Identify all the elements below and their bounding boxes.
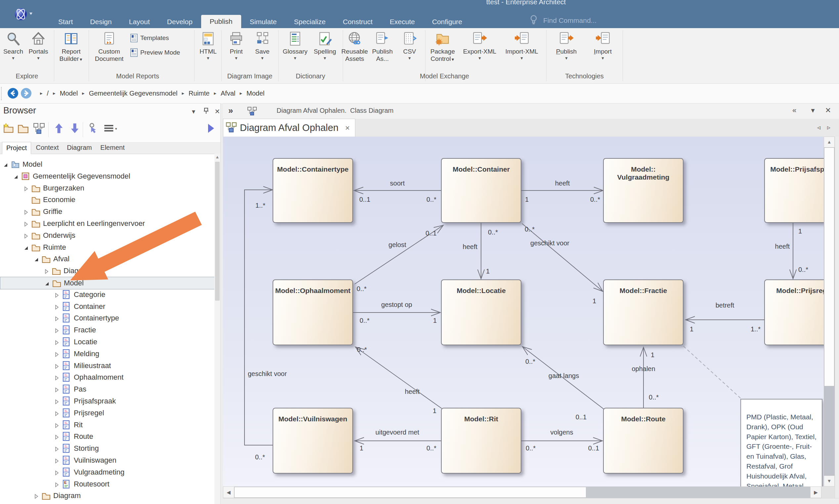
tree-item-model[interactable]: Model [0, 158, 214, 170]
tree-item-diagram[interactable]: Diagram [0, 490, 214, 502]
collapse-left-icon[interactable]: « [789, 106, 799, 115]
tree-collapsed-icon[interactable] [23, 209, 29, 215]
tree-collapsed-icon[interactable] [33, 493, 39, 499]
tree-item-vulgraadmeting[interactable]: Vulgraadmeting [0, 466, 214, 478]
edge-heeft-rit-ophaalmoment[interactable] [355, 347, 442, 409]
report-builder-button[interactable]: ReportBuilder▼ [57, 31, 85, 63]
search-button[interactable]: Search▼ [3, 31, 24, 60]
portals-button[interactable]: Portals▼ [28, 31, 49, 60]
import-xml-button[interactable]: Import-XML▼ [502, 31, 542, 60]
tree-collapsed-icon[interactable] [54, 339, 60, 345]
tab-scroll-right-icon[interactable]: ▹ [827, 123, 831, 131]
move-up-icon[interactable] [53, 123, 66, 136]
export-xml-button[interactable]: Export-XML▼ [460, 31, 500, 60]
tree-collapsed-icon[interactable] [54, 410, 60, 416]
locate-icon[interactable] [87, 123, 100, 136]
breadcrumb-item[interactable]: Gemeentelijk Gegevensmodel [89, 90, 178, 97]
tree-item-onderwijs[interactable]: Onderwijs [0, 230, 214, 241]
tree-collapsed-icon[interactable] [54, 315, 60, 321]
ribbon-tab-specialize[interactable]: Specialize [285, 16, 334, 28]
diagram-canvas[interactable]: soort0..*0..1heeft10..*geschikt voor0..*… [223, 137, 824, 486]
reusable-assets-button[interactable]: ReusableAssets [339, 31, 370, 62]
tree-item-model[interactable]: Model [0, 277, 214, 289]
scroll-left-icon[interactable]: ◀ [223, 486, 234, 498]
browser-tab-context[interactable]: Context [33, 142, 61, 154]
folder-icon[interactable] [17, 123, 31, 136]
vertical-scroll-thumb[interactable] [824, 147, 834, 386]
tree-collapsed-icon[interactable] [54, 351, 60, 357]
ribbon-tab-develop[interactable]: Develop [159, 16, 201, 28]
scroll-down-icon[interactable]: ▼ [824, 475, 835, 486]
class-route[interactable]: Model::Route [603, 408, 683, 473]
ribbon-tab-simulate[interactable]: Simulate [241, 16, 286, 28]
edge-geschikt-voor-vuilniswagen-containertype[interactable] [245, 190, 273, 445]
tree-item-container[interactable]: Container [0, 301, 214, 312]
publish-button[interactable]: Publish▼ [550, 31, 583, 60]
tab-scroll-left-icon[interactable]: ◃ [817, 123, 820, 131]
tree-collapsed-icon[interactable] [54, 398, 60, 404]
tree-item-ruimte[interactable]: Ruimte [0, 241, 214, 253]
forward-button[interactable] [20, 88, 32, 99]
ribbon-tab-design[interactable]: Design [82, 16, 120, 28]
back-button[interactable] [7, 88, 19, 99]
tree-collapsed-icon[interactable] [54, 374, 60, 380]
find-command-box[interactable]: Find Command... [528, 14, 596, 27]
tree-collapsed-icon[interactable] [54, 304, 60, 309]
csv-button[interactable]: CSV▼ [397, 31, 422, 60]
html-button[interactable]: HTML▼ [197, 31, 220, 60]
tree-expanded-icon[interactable] [44, 280, 50, 286]
tree-expanded-icon[interactable] [33, 256, 39, 262]
tree-item-rit[interactable]: Rit [0, 419, 214, 431]
expand-panel-icon[interactable]: » [228, 106, 233, 116]
tree-collapsed-icon[interactable] [54, 481, 60, 487]
browser-tab-project[interactable]: Project [2, 142, 31, 154]
tree-expanded-icon[interactable] [3, 161, 8, 167]
ribbon-tab-publish[interactable]: Publish [201, 15, 241, 28]
note-element[interactable]: PMD (Plastic, Metaal, Drank), OPK (Oud P… [740, 399, 822, 486]
tree-collapsed-icon[interactable] [54, 386, 60, 392]
tree-collapsed-icon[interactable] [54, 469, 60, 475]
tree-item-milieustraat[interactable]: Milieustraat [0, 360, 214, 372]
class-container[interactable]: Model::Container [441, 158, 521, 223]
tree-collapsed-icon[interactable] [44, 268, 50, 274]
tab-diagram-afval-ophalen[interactable]: Diagram Afval Ophalen × [223, 119, 355, 137]
tree-item-prijsafspraak[interactable]: Prijsafspraak [0, 395, 214, 407]
tree-item-afval[interactable]: Afval [0, 253, 214, 265]
tree-expanded-icon[interactable] [13, 173, 19, 179]
breadcrumb-item[interactable]: Model [247, 90, 264, 97]
tree-item-storting[interactable]: Storting [0, 443, 214, 454]
new-package-icon[interactable] [3, 123, 17, 136]
tree-scrollbar[interactable]: ▲ [214, 154, 220, 504]
tree-item-containertype[interactable]: Containertype [0, 312, 214, 324]
publish-as-button[interactable]: PublishAs... [370, 31, 395, 62]
tree-item-route[interactable]: Route [0, 431, 214, 443]
package-control-button[interactable]: PackageControl▼ [427, 31, 459, 63]
close-icon[interactable]: ✕ [823, 106, 833, 115]
scroll-right-icon[interactable]: ▶ [810, 486, 821, 498]
tree-item-burgerzaken[interactable]: Burgerzaken [0, 182, 214, 194]
horizontal-scroll-thumb[interactable] [234, 487, 586, 498]
tree-item-pas[interactable]: Pas [0, 383, 214, 395]
custom-document-button[interactable]: CustomDocument [91, 31, 127, 62]
breadcrumb-item[interactable]: Ruimte [189, 90, 210, 97]
tree-collapsed-icon[interactable] [23, 233, 29, 238]
tree-collapsed-icon[interactable] [54, 327, 60, 333]
pin-icon[interactable] [202, 107, 210, 116]
diagram-horizontal-scrollbar[interactable]: ◀ ▶ [223, 486, 821, 498]
diagram-vertical-scrollbar[interactable]: ▲ ▼ [824, 137, 835, 486]
save-button[interactable]: Save▼ [250, 31, 274, 60]
class-vuilniswagen[interactable]: Model::Vuilniswagen [273, 408, 353, 473]
edge-geschikt-voor-container-fractie[interactable] [522, 223, 603, 291]
tree-item-leerplicht-en-leerlingenvervoer[interactable]: Leerplicht en Leerlingenvervoer [0, 218, 214, 230]
ribbon-tab-execute[interactable]: Execute [381, 16, 424, 28]
class-rit[interactable]: Model::Rit [441, 408, 521, 473]
tree-expanded-icon[interactable] [23, 245, 29, 250]
breadcrumb-item[interactable]: Model [60, 90, 78, 97]
tree-item-diagram[interactable]: Diagram [0, 265, 214, 277]
browser-tab-element[interactable]: Element [97, 142, 128, 154]
tree-item-routesoort[interactable]: ERoutesoort [0, 478, 214, 490]
tree-collapsed-icon[interactable] [23, 185, 29, 191]
tree-item-gemeentelijk-gegevensmodel[interactable]: Gemeentelijk Gegevensmodel [0, 170, 214, 182]
breadcrumb-item[interactable]: / [47, 90, 49, 97]
templates-button[interactable]: Templates [130, 31, 195, 45]
